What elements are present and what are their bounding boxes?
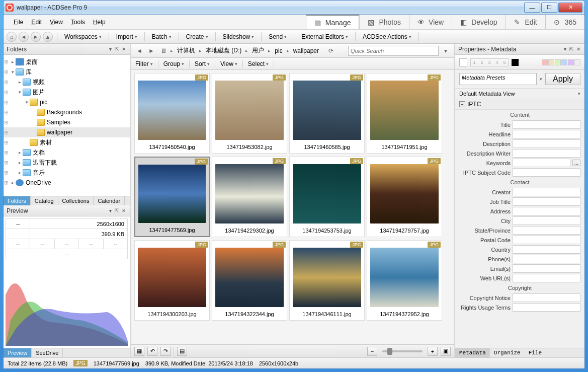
field-input[interactable] — [513, 255, 580, 263]
nav-back-icon[interactable]: ◄ — [19, 32, 29, 42]
tree-item-库[interactable]: ⛨▾库 — [4, 67, 130, 77]
toolbar-import[interactable]: Import — [113, 32, 140, 41]
filter-filter[interactable]: Filter — [135, 60, 153, 67]
tree-item-OneDrive[interactable]: ⛨▸OneDrive — [4, 178, 130, 188]
thumbnail[interactable]: JPG134719453082.jpg — [212, 73, 287, 154]
filter-sort[interactable]: Sort — [195, 60, 210, 67]
field-input[interactable] — [513, 120, 580, 129]
thumbnail[interactable]: JPG134719460585.jpg — [289, 73, 365, 154]
nav-home-icon[interactable]: ⌂ — [7, 32, 17, 42]
mode-tab-edit[interactable]: ✎Edit — [506, 15, 545, 29]
breadcrumb-item[interactable]: wallpaper — [291, 46, 321, 55]
panel-menu-icon[interactable]: ▾ — [563, 46, 567, 52]
menu-file[interactable]: File — [11, 17, 26, 28]
tree-item-音乐[interactable]: ⛨▸音乐 — [4, 168, 130, 178]
thumbnail[interactable]: JPG134719471951.jpg — [367, 73, 442, 154]
tag-checkbox[interactable] — [459, 58, 467, 66]
metadata-preset-select[interactable]: Metadata Presets — [459, 73, 537, 85]
quick-search-input[interactable] — [348, 46, 439, 56]
panel-close-icon[interactable]: ✕ — [575, 46, 581, 52]
folder-tab-collections[interactable]: Collections — [58, 196, 94, 205]
mode-tab-365[interactable]: ⊙365 — [545, 15, 584, 29]
toolbar-send[interactable]: Send — [266, 32, 290, 41]
field-input[interactable] — [513, 139, 580, 148]
breadcrumb-item[interactable]: 计算机 — [175, 45, 197, 56]
field-input[interactable] — [513, 264, 580, 273]
toolbar-acdsee-actions[interactable]: ACDSee Actions — [360, 32, 414, 41]
tree-item-桌面[interactable]: ⛨▸桌面 — [4, 57, 130, 67]
minimize-button[interactable]: — — [524, 3, 540, 13]
mode-tab-manage[interactable]: ▦Manage — [306, 15, 360, 29]
field-input[interactable] — [513, 130, 580, 138]
thumbnail[interactable]: JPG1347194229302.jpg — [212, 157, 287, 237]
thumbnail[interactable]: JPG1347194346111.jpg — [289, 240, 365, 321]
apply-button[interactable]: Apply — [545, 73, 580, 85]
tree-item-Backgrounds[interactable]: ⛨Backgrounds — [4, 107, 130, 117]
field-input[interactable] — [513, 245, 580, 254]
tree-item-图片[interactable]: ⛨▾图片 — [4, 87, 130, 97]
path-forward-icon[interactable]: ► — [146, 46, 156, 56]
folder-tab-catalog[interactable]: Catalog — [31, 196, 58, 205]
field-input[interactable] — [513, 149, 580, 158]
panel-pin-icon[interactable]: ⇱ — [114, 46, 120, 52]
toggle-panel-icon[interactable]: ▣ — [441, 347, 451, 356]
metadata-view-select[interactable]: Default Metadata View▾ — [455, 89, 584, 99]
mode-tab-photos[interactable]: ▧Photos — [359, 15, 409, 29]
refresh-icon[interactable]: ⟳ — [326, 46, 336, 56]
field-input[interactable] — [513, 303, 580, 312]
thumbnail[interactable]: JPG134719450540.jpg — [134, 73, 210, 154]
zoom-in-icon[interactable]: + — [428, 347, 438, 356]
thumbnail[interactable]: JPG1347194300203.jpg — [134, 240, 210, 321]
tree-item-视频[interactable]: ⛨▸视频 — [4, 77, 130, 87]
menu-help[interactable]: Help — [90, 17, 109, 28]
mode-tab-view[interactable]: 👁View — [409, 15, 452, 29]
properties-tab-file[interactable]: File — [525, 348, 546, 357]
panel-pin-icon[interactable]: ⇱ — [568, 46, 574, 52]
panel-menu-icon[interactable]: ▾ — [108, 208, 113, 213]
tree-item-迅雷下载[interactable]: ⛨▸迅雷下载 — [4, 158, 130, 168]
tree-item-wallpaper[interactable]: ⛨wallpaper — [4, 127, 130, 137]
path-back-icon[interactable]: ◄ — [134, 46, 144, 56]
menu-edit[interactable]: Edit — [28, 17, 45, 28]
titlebar[interactable]: wallpaper - ACDSee Pro 9 — ☐ ✕ — [4, 1, 584, 15]
menu-tools[interactable]: Tools — [68, 17, 88, 28]
breadcrumb-item[interactable]: pic — [273, 46, 284, 55]
close-button[interactable]: ✕ — [558, 3, 582, 13]
search-dropdown-icon[interactable]: ▾ — [441, 46, 451, 56]
filter-select[interactable]: Select — [248, 60, 269, 67]
preview-tab-seedrive[interactable]: SeeDrive — [32, 348, 63, 357]
panel-menu-icon[interactable]: ▾ — [108, 46, 113, 52]
maximize-button[interactable]: ☐ — [541, 3, 557, 13]
folder-tab-folders[interactable]: Folders — [4, 196, 31, 205]
rating-numbers[interactable]: 12345 — [470, 58, 509, 66]
field-input[interactable] — [513, 293, 580, 302]
field-input[interactable] — [513, 188, 580, 196]
zoom-out-icon[interactable]: − — [367, 347, 377, 356]
filter-view[interactable]: View — [220, 60, 237, 67]
thumbnail[interactable]: JPG1347194279757.jpg — [367, 157, 442, 237]
toolbar-create[interactable]: Create — [183, 32, 211, 41]
filter-group[interactable]: Group — [163, 60, 184, 67]
properties-tab-metadata[interactable]: Metadata — [455, 348, 490, 357]
panel-close-icon[interactable]: ✕ — [121, 46, 127, 52]
path-computer-icon[interactable]: 🖥 — [158, 46, 169, 56]
tree-item-文档[interactable]: ⛨▸文档 — [4, 147, 130, 158]
rating-clear-icon[interactable] — [512, 59, 519, 66]
tree-item-pic[interactable]: ⛨▾pic — [4, 97, 130, 107]
iptc-section-header[interactable]: − IPTC — [455, 99, 584, 110]
field-input[interactable] — [513, 274, 580, 282]
nav-forward-icon[interactable]: ► — [31, 32, 41, 42]
field-input[interactable] — [513, 168, 580, 177]
select-all-icon[interactable]: ▦ — [134, 347, 144, 356]
folder-tree[interactable]: ⛨▸桌面⛨▾库⛨▸视频⛨▾图片⛨▾pic⛨Backgrounds⛨Samples… — [4, 55, 130, 196]
field-input[interactable] — [513, 207, 580, 215]
keywords-browse-button[interactable]: ... — [572, 160, 580, 166]
thumbnail[interactable]: JPG134719477569.jpg — [134, 157, 210, 237]
field-input[interactable] — [513, 159, 570, 167]
panel-close-icon[interactable]: ✕ — [121, 208, 127, 213]
nav-up-icon[interactable]: ▲ — [43, 32, 53, 42]
field-input[interactable] — [513, 226, 580, 235]
thumbnail[interactable]: JPG1347194372952.jpg — [367, 240, 442, 321]
field-input[interactable] — [513, 216, 580, 225]
field-input[interactable] — [513, 236, 580, 244]
